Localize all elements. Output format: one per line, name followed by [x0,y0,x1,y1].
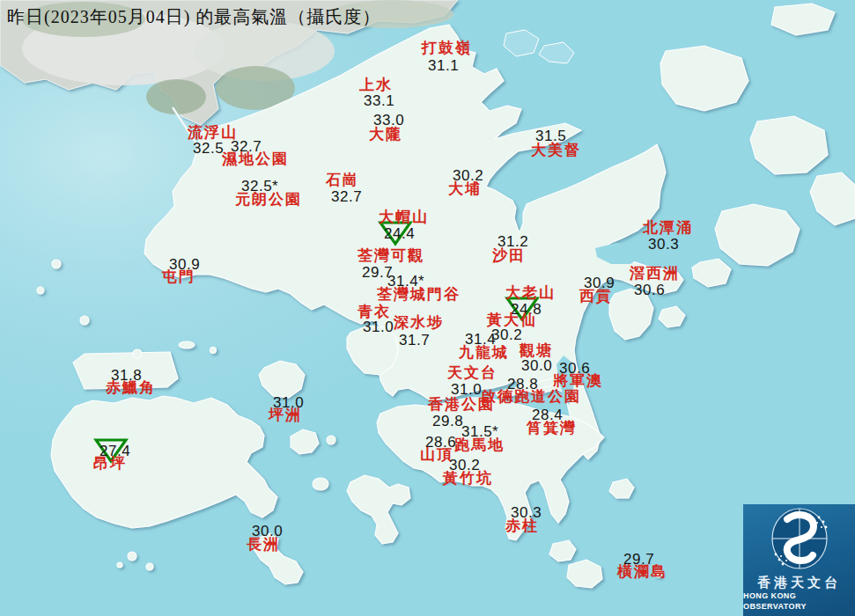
station-name-label: 香港公園 [428,397,495,412]
station-name-label: 啟德跑道公園 [481,389,581,404]
station-value-label: 31.7 [399,333,430,348]
station-name-label: 昂坪 [93,456,127,471]
station-name-label: 跑馬地 [454,437,505,452]
hko-logo: 香港天文台 HONG KONG OBSERVATORY [743,504,855,616]
station-value-label: 29.8 [432,414,463,429]
station-name-label: 黃竹坑 [443,471,493,486]
weather-map: 昨日(2023年05月04日) 的最高氣溫（攝氏度） 打鼓嶺31.1上水33.1… [0,0,855,616]
hko-emblem-icon [768,507,831,572]
station-name-label: 上水 [359,77,393,92]
station-name-label: 赤鱲角 [106,380,156,395]
station-value-label: 30.3 [648,237,679,252]
station-name-label: 天文台 [447,365,498,380]
station-name-label: 北潭涌 [643,220,693,235]
station-name-label: 元朗公園 [235,192,302,207]
hko-name-chinese: 香港天文台 [757,576,841,590]
station-name-label: 荃灣城門谷 [377,287,461,302]
station-value-label: 31.0 [363,319,394,334]
station-value-label: 32.5 [193,141,224,156]
station-name-label: 大美督 [531,143,581,158]
station-name-label: 觀塘 [520,343,553,358]
hko-name-english: HONG KONG OBSERVATORY [743,590,855,612]
station-name-label: 青衣 [357,304,391,319]
station-name-label: 坪洲 [269,407,302,422]
station-name-label: 黃大仙 [487,312,537,327]
station-name-label: 橫瀾島 [617,564,667,579]
station-name-label: 石崗 [326,172,359,187]
station-name-label: 大老山 [505,285,556,300]
station-name-label: 滘西洲 [630,266,680,281]
station-value-label: 30.2 [491,327,522,342]
station-value-label: 32.7 [331,189,362,204]
station-name-label: 西貢 [579,289,613,304]
station-name-label: 濕地公園 [222,151,289,166]
station-name-label: 深水埗 [394,315,444,330]
station-name-label: 長洲 [247,537,280,552]
station-name-label: 將軍澳 [553,373,603,388]
station-name-label: 大埔 [448,181,482,196]
station-value-label: 31.1 [428,58,459,73]
station-name-label: 赤柱 [505,518,539,533]
station-name-label: 筲箕灣 [527,421,577,436]
station-name-label: 大隴 [369,127,402,142]
station-name-label: 打鼓嶺 [422,40,472,55]
station-name-label: 荃灣可觀 [357,248,424,263]
station-value-label: 31.0 [451,382,482,397]
station-value-label: 24.4 [384,226,415,241]
station-name-label: 屯門 [162,269,195,284]
station-name-label: 九龍城 [459,345,509,360]
station-name-label: 大帽山 [379,209,429,224]
station-value-label: 33.1 [364,93,394,108]
station-labels-layer: 打鼓嶺31.1上水33.133.0大隴31.5大美督流浮山32.532.7濕地公… [0,0,855,616]
station-value-label: 30.6 [634,282,665,297]
station-value-label: 30.0 [521,358,552,373]
station-name-label: 沙田 [492,248,526,263]
